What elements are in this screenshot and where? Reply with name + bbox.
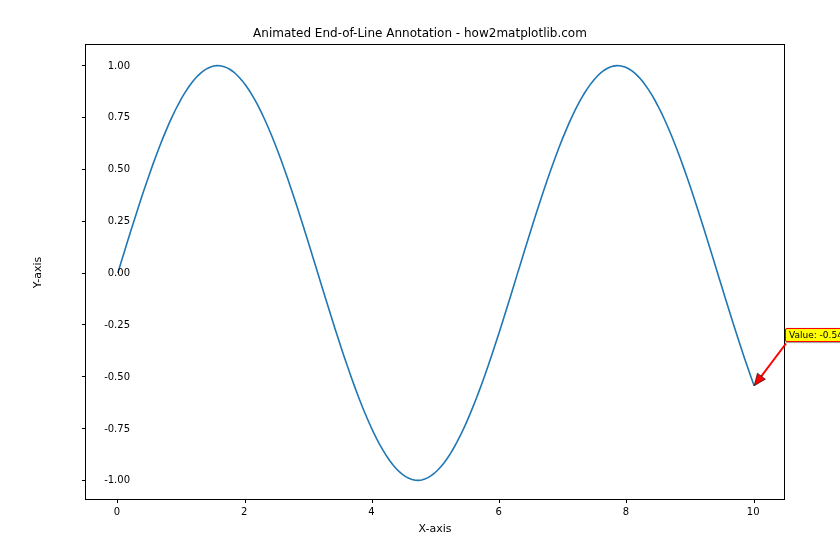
- data-line: [118, 66, 754, 481]
- x-axis-label: X-axis: [85, 522, 785, 535]
- x-tick-label: 4: [368, 506, 374, 517]
- y-tick-label: 1.00: [108, 59, 130, 70]
- y-tick-label: 0.25: [108, 215, 130, 226]
- x-tick-label: 0: [114, 506, 120, 517]
- x-tick-label: 8: [623, 506, 629, 517]
- y-tick-label: 0.50: [108, 163, 130, 174]
- y-tick: [82, 273, 86, 274]
- line-plot-svg: [86, 45, 786, 501]
- x-tick-label: 6: [495, 506, 501, 517]
- x-tick: [499, 499, 500, 503]
- x-tick: [117, 499, 118, 503]
- x-tick-label: 10: [747, 506, 760, 517]
- y-tick-label: 0.75: [108, 111, 130, 122]
- y-axis-label: Y-axis: [32, 44, 44, 500]
- y-tick: [82, 376, 86, 377]
- x-tick: [626, 499, 627, 503]
- y-tick-label: -1.00: [104, 474, 130, 485]
- y-tick: [82, 221, 86, 222]
- y-tick-label: -0.50: [104, 370, 130, 381]
- y-tick: [82, 428, 86, 429]
- x-tick: [754, 499, 755, 503]
- y-tick-label: -0.25: [104, 318, 130, 329]
- plot-area: [85, 44, 785, 500]
- annotation-arrow-head: [754, 373, 765, 386]
- y-tick-label: 0.00: [108, 267, 130, 278]
- x-tick-label: 2: [241, 506, 247, 517]
- chart-title: Animated End-of-Line Annotation - how2ma…: [0, 26, 840, 40]
- figure: Animated End-of-Line Annotation - how2ma…: [0, 0, 840, 560]
- y-tick: [82, 65, 86, 66]
- y-tick-label: -0.75: [104, 422, 130, 433]
- y-tick: [82, 117, 86, 118]
- annotation-label: Value: -0.54: [785, 328, 840, 342]
- annotation-arrow-body: [760, 343, 786, 377]
- y-tick: [82, 324, 86, 325]
- x-tick: [245, 499, 246, 503]
- y-tick: [82, 169, 86, 170]
- y-tick: [82, 480, 86, 481]
- x-tick: [372, 499, 373, 503]
